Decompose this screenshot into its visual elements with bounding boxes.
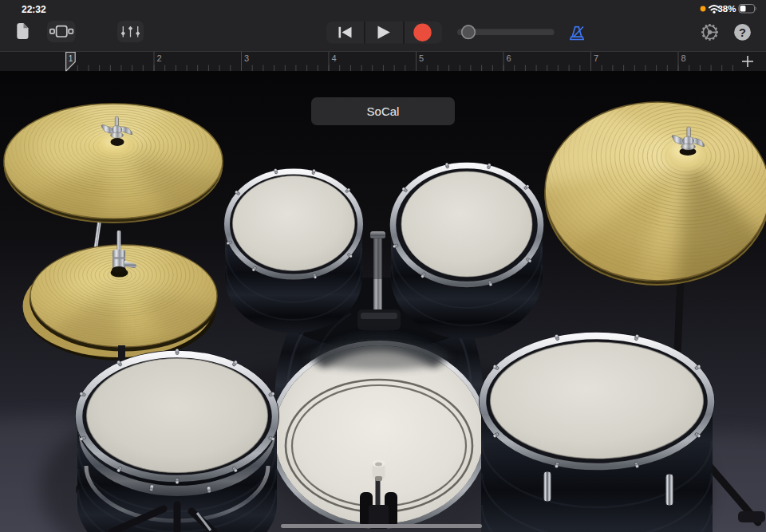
svg-text:?: ?: [739, 26, 746, 39]
svg-text:6: 6: [507, 53, 511, 63]
svg-text:5: 5: [419, 53, 424, 63]
svg-text:3: 3: [244, 53, 249, 63]
svg-text:7: 7: [594, 53, 598, 63]
svg-text:4: 4: [332, 53, 337, 63]
svg-text:8: 8: [681, 53, 686, 63]
svg-text:22:32: 22:32: [22, 4, 46, 15]
svg-text:1: 1: [69, 54, 73, 63]
svg-text:2: 2: [157, 53, 162, 63]
svg-text:38%: 38%: [717, 4, 736, 14]
